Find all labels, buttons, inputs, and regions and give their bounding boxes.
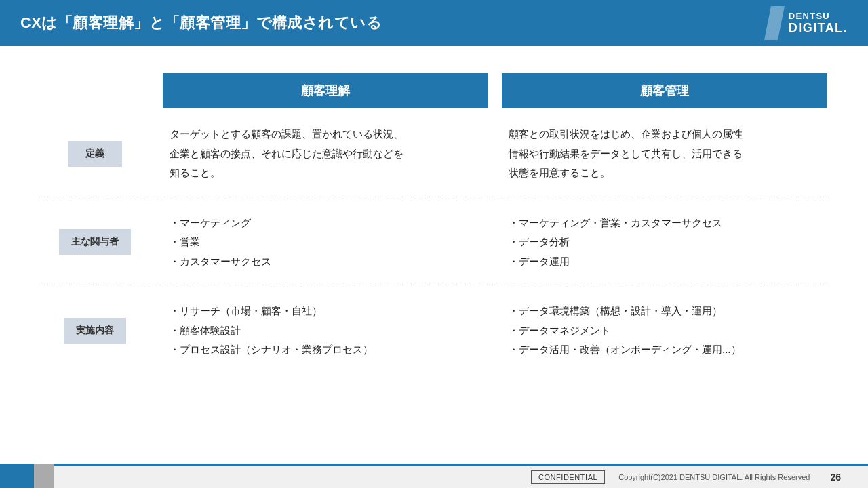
footer-accent: [0, 464, 54, 488]
confidential-badge: CONFIDENTIAL: [531, 470, 605, 484]
header: CXは「顧客理解」と「顧客管理」で構成されている DENTSU DIGITAL.: [0, 0, 868, 46]
footer: CONFIDENTIAL Copyright(C)2021 DENTSU DIG…: [0, 464, 868, 488]
cell-kanyo-col1: ・マーケティング ・営業 ・カスタマーサクセス: [163, 214, 488, 272]
accent-gray: [34, 464, 54, 488]
table-row: 実施内容 ・リサーチ（市場・顧客・自社） ・顧客体験設計 ・プロセス設計（シナリ…: [41, 285, 827, 373]
logo-box: DENTSU DIGITAL.: [789, 11, 848, 36]
logo-dentsu: DENTSU: [789, 11, 830, 22]
logo-slash-icon: [764, 6, 785, 40]
footer-page-number: 26: [830, 472, 841, 483]
table-container: 顧客理解 顧客管理 定義 ターゲットとする顧客の課題、置かれている状況、 企業と…: [41, 73, 827, 373]
row-label-kanyo: 主な関与者: [41, 214, 149, 272]
row-label-text: 定義: [68, 141, 122, 167]
accent-blue: [0, 464, 34, 488]
column-headers: 顧客理解 顧客管理: [163, 73, 827, 108]
row-label-teigi: 定義: [41, 125, 149, 183]
row-label-text: 主な関与者: [59, 229, 131, 255]
cell-kanyo-col2: ・マーケティング・営業・カスタマーサクセス ・データ分析 ・データ運用: [502, 214, 827, 272]
cell-teigi-col2: 顧客との取引状況をはじめ、企業および個人の属性 情報や行動結果をデータとして共有…: [502, 125, 827, 183]
row-label-jisshi: 実施内容: [41, 302, 149, 360]
col2-header: 顧客管理: [502, 73, 827, 108]
table-row: 主な関与者 ・マーケティング ・営業 ・カスタマーサクセス ・マーケティング・営…: [41, 197, 827, 286]
footer-inner: CONFIDENTIAL Copyright(C)2021 DENTSU DIG…: [531, 470, 841, 484]
page-title: CXは「顧客理解」と「顧客管理」で構成されている: [20, 13, 382, 33]
footer-copyright: Copyright(C)2021 DENTSU DIGITAL. All Rig…: [618, 473, 810, 481]
cell-jisshi-col2: ・データ環境構築（構想・設計・導入・運用） ・データマネジメント ・データ活用・…: [502, 302, 827, 360]
main-content: 顧客理解 顧客管理 定義 ターゲットとする顧客の課題、置かれている状況、 企業と…: [0, 46, 868, 373]
cell-jisshi-col1: ・リサーチ（市場・顧客・自社） ・顧客体験設計 ・プロセス設計（シナリオ・業務プ…: [163, 302, 488, 360]
row-label-text: 実施内容: [64, 318, 126, 344]
table-row: 定義 ターゲットとする顧客の課題、置かれている状況、 企業と顧客の接点、それに応…: [41, 108, 827, 197]
svg-marker-0: [764, 6, 785, 40]
logo-digital: DIGITAL.: [789, 21, 848, 35]
col1-header: 顧客理解: [163, 73, 488, 108]
logo-area: DENTSU DIGITAL.: [764, 6, 848, 40]
cell-teigi-col1: ターゲットとする顧客の課題、置かれている状況、 企業と顧客の接点、それに応じた意…: [163, 125, 488, 183]
